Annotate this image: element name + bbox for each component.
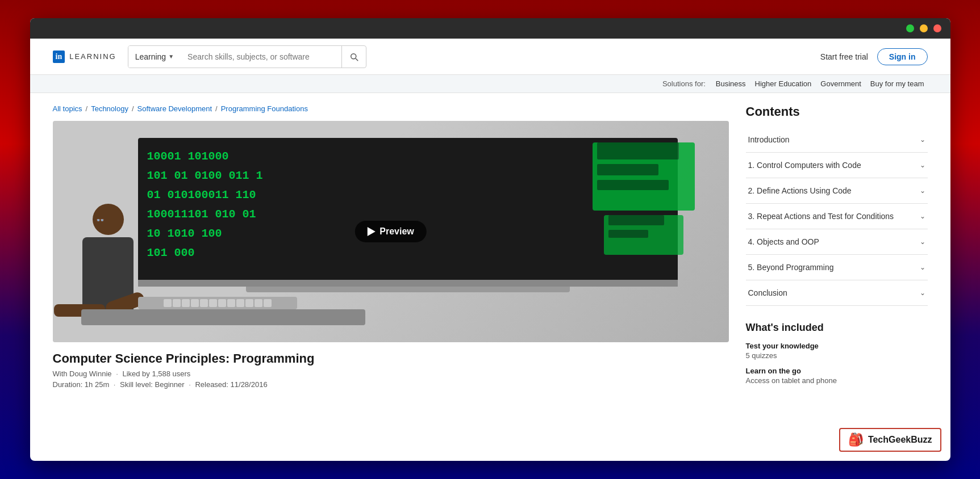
key-3 <box>182 299 190 307</box>
key-9 <box>236 299 244 307</box>
search-bar: Learning ▼ <box>128 45 366 68</box>
dot-separator-3: · <box>189 380 193 389</box>
accordion-header-repeat-actions[interactable]: 3. Repeat Actions and Test for Condition… <box>746 204 928 229</box>
skill-level-text: Skill level: Beginner <box>120 380 184 389</box>
chevron-icon-conclusion: ⌄ <box>920 289 925 297</box>
accordion-item-objects-oop: 4. Objects and OOP ⌄ <box>746 229 928 255</box>
preview-button[interactable]: Preview <box>355 221 426 242</box>
accordion-label-beyond-programming: 5. Beyond Programming <box>748 263 834 272</box>
breadcrumb-software-dev[interactable]: Software Development <box>137 104 212 113</box>
start-free-trial-button[interactable]: Start free trial <box>820 52 868 61</box>
site-header: in LEARNING Learning ▼ Start free trial … <box>30 39 950 75</box>
included-value-quizzes: 5 quizzes <box>746 351 928 360</box>
monitor-stand <box>138 280 678 287</box>
person-glasses: 👓 <box>96 216 105 224</box>
search-input[interactable] <box>181 46 341 68</box>
included-label-quizzes: Test your knowledge <box>746 342 928 350</box>
chevron-icon-objects-oop: ⌄ <box>920 238 925 246</box>
chevron-icon-introduction: ⌄ <box>920 136 925 144</box>
accordion-item-introduction: Introduction ⌄ <box>746 127 928 153</box>
green-box-small <box>604 215 683 255</box>
whats-included-section: What's included Test your knowledge 5 qu… <box>746 322 928 385</box>
sub-header-buy-link[interactable]: Buy for my team <box>870 79 924 88</box>
accordion-label-control-computers: 1. Control Computers with Code <box>748 161 861 170</box>
accordion-header-introduction[interactable]: Introduction ⌄ <box>746 127 928 152</box>
likes-text: Liked by 1,588 users <box>122 369 190 378</box>
linkedin-logo[interactable]: in LEARNING <box>53 51 116 63</box>
included-value-mobile: Access on tablet and phone <box>746 376 928 385</box>
maximize-button[interactable] <box>906 24 914 32</box>
search-submit-button[interactable] <box>341 46 366 68</box>
main-content: All topics / Technology / Software Devel… <box>30 93 950 403</box>
keyboard-graphic <box>138 297 297 309</box>
accordion-header-beyond-programming[interactable]: 5. Beyond Programming ⌄ <box>746 255 928 280</box>
sign-in-button[interactable]: Sign in <box>877 48 928 65</box>
right-column: Contents Introduction ⌄ 1. Control Compu… <box>746 104 928 392</box>
key-4 <box>191 299 199 307</box>
badge-text: TechGeekBuzz <box>868 435 932 445</box>
sub-header-government-link[interactable]: Government <box>820 79 861 88</box>
accordion-header-conclusion[interactable]: Conclusion ⌄ <box>746 280 928 305</box>
accordion-header-objects-oop[interactable]: 4. Objects and OOP ⌄ <box>746 229 928 254</box>
dot-separator-2: · <box>114 380 118 389</box>
green-box-large <box>593 142 695 211</box>
key-10 <box>245 299 253 307</box>
accordion-header-define-actions[interactable]: 2. Define Actions Using Code ⌄ <box>746 178 928 203</box>
monitor-base <box>246 287 570 292</box>
breadcrumb-technology[interactable]: Technology <box>91 104 128 113</box>
accordion-item-beyond-programming: 5. Beyond Programming ⌄ <box>746 255 928 280</box>
solutions-label: Solutions for: <box>662 79 706 88</box>
accordion-label-repeat-actions: 3. Repeat Actions and Test for Condition… <box>748 212 894 221</box>
search-icon <box>349 52 359 62</box>
duration-text: Duration: 1h 25m <box>53 380 110 389</box>
key-7 <box>218 299 226 307</box>
whats-included-title: What's included <box>746 322 928 334</box>
header-right: Start free trial Sign in <box>820 48 928 65</box>
course-title: Computer Science Principles: Programming <box>53 351 729 366</box>
contents-title: Contents <box>746 104 928 119</box>
key-2 <box>173 299 181 307</box>
learning-brand-text: LEARNING <box>69 52 116 61</box>
breadcrumb-prog-foundations[interactable]: Programming Foundations <box>221 104 308 113</box>
breadcrumb-separator-3: / <box>215 104 218 113</box>
included-item-mobile: Learn on the go Access on tablet and pho… <box>746 367 928 385</box>
desk-surface <box>81 309 365 325</box>
li-icon: in <box>53 51 65 63</box>
badge-icon: 🎒 <box>848 432 864 447</box>
green-inner-4 <box>608 215 664 225</box>
key-11 <box>255 299 262 307</box>
key-1 <box>164 299 172 307</box>
accordion-label-conclusion: Conclusion <box>748 288 787 297</box>
breadcrumb-all-topics[interactable]: All topics <box>53 104 82 113</box>
close-button[interactable] <box>933 24 941 32</box>
sub-header-higher-ed-link[interactable]: Higher Education <box>755 79 812 88</box>
included-item-quizzes: Test your knowledge 5 quizzes <box>746 342 928 360</box>
dot-separator-1: · <box>116 369 120 378</box>
key-5 <box>200 299 208 307</box>
person-head: 👓 <box>93 204 124 235</box>
green-inner-3 <box>597 180 669 190</box>
minimize-button[interactable] <box>920 24 928 32</box>
accordion-header-control-computers[interactable]: 1. Control Computers with Code ⌄ <box>746 153 928 178</box>
chevron-icon-repeat-actions: ⌄ <box>920 212 925 220</box>
sub-header-business-link[interactable]: Business <box>716 79 746 88</box>
chevron-icon-define-actions: ⌄ <box>920 187 925 195</box>
play-icon <box>367 227 375 236</box>
titlebar <box>30 18 950 39</box>
green-inner-5 <box>608 230 648 238</box>
left-column: All topics / Technology / Software Devel… <box>53 104 729 392</box>
key-8 <box>227 299 235 307</box>
released-text: Released: 11/28/2016 <box>195 380 267 389</box>
accordion-label-define-actions: 2. Define Actions Using Code <box>748 186 852 195</box>
green-ui-overlay <box>593 138 695 255</box>
browser-window: in LEARNING Learning ▼ Start free trial … <box>30 18 950 461</box>
search-category-dropdown[interactable]: Learning ▼ <box>128 46 181 68</box>
chevron-icon-control-computers: ⌄ <box>920 161 925 169</box>
key-12 <box>264 299 272 307</box>
accordion-label-objects-oop: 4. Objects and OOP <box>748 237 819 246</box>
green-inner-2 <box>597 164 658 175</box>
preview-label: Preview <box>380 226 414 237</box>
chevron-icon-beyond-programming: ⌄ <box>920 263 925 271</box>
sub-header: Solutions for: Business Higher Education… <box>30 75 950 93</box>
course-author: With Doug Winnie · Liked by 1,588 users <box>53 369 729 378</box>
